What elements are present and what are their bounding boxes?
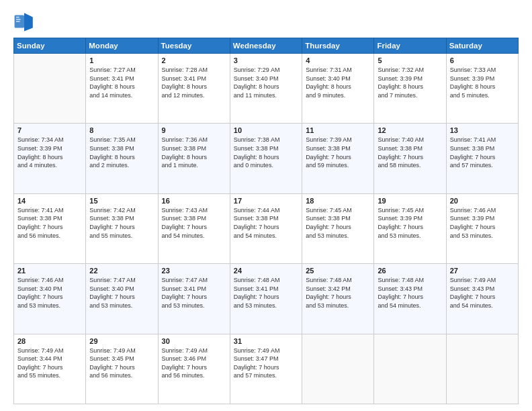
- day-number: 28: [17, 337, 82, 345]
- calendar-cell: 16Sunrise: 7:43 AM Sunset: 3:38 PM Dayli…: [158, 193, 230, 263]
- cell-info: Sunrise: 7:48 AM Sunset: 3:42 PM Dayligh…: [306, 276, 370, 310]
- day-number: 12: [378, 126, 442, 134]
- calendar-cell: 9Sunrise: 7:36 AM Sunset: 3:38 PM Daylig…: [158, 124, 230, 193]
- calendar-cell: 12Sunrise: 7:40 AM Sunset: 3:38 PM Dayli…: [374, 124, 446, 193]
- cell-info: Sunrise: 7:36 AM Sunset: 3:38 PM Dayligh…: [162, 136, 226, 169]
- calendar-cell: 2Sunrise: 7:28 AM Sunset: 3:41 PM Daylig…: [158, 54, 230, 124]
- day-number: 17: [234, 197, 298, 205]
- calendar-cell: 28Sunrise: 7:49 AM Sunset: 3:44 PM Dayli…: [14, 334, 86, 404]
- calendar-cell: 14Sunrise: 7:41 AM Sunset: 3:38 PM Dayli…: [14, 193, 86, 263]
- calendar-cell: 29Sunrise: 7:49 AM Sunset: 3:45 PM Dayli…: [86, 334, 158, 404]
- day-number: 18: [306, 197, 370, 205]
- calendar-cell: 22Sunrise: 7:47 AM Sunset: 3:40 PM Dayli…: [86, 264, 158, 334]
- cell-info: Sunrise: 7:48 AM Sunset: 3:41 PM Dayligh…: [234, 276, 298, 310]
- calendar-week-row: 7Sunrise: 7:34 AM Sunset: 3:39 PM Daylig…: [14, 124, 519, 193]
- svg-marker-1: [24, 13, 33, 31]
- day-number: 22: [89, 267, 154, 275]
- header: [13, 11, 519, 32]
- cell-info: Sunrise: 7:49 AM Sunset: 3:46 PM Dayligh…: [162, 347, 226, 380]
- calendar-cell: [302, 334, 374, 404]
- cell-info: Sunrise: 7:38 AM Sunset: 3:38 PM Dayligh…: [234, 136, 298, 169]
- calendar-cell: 15Sunrise: 7:42 AM Sunset: 3:38 PM Dayli…: [86, 193, 158, 263]
- cell-info: Sunrise: 7:32 AM Sunset: 3:39 PM Dayligh…: [378, 66, 442, 99]
- calendar-cell: 26Sunrise: 7:48 AM Sunset: 3:43 PM Dayli…: [374, 264, 446, 334]
- day-number: 31: [234, 337, 298, 345]
- cell-info: Sunrise: 7:28 AM Sunset: 3:41 PM Dayligh…: [162, 66, 226, 99]
- cell-info: Sunrise: 7:39 AM Sunset: 3:38 PM Dayligh…: [306, 136, 370, 169]
- cell-info: Sunrise: 7:41 AM Sunset: 3:38 PM Dayligh…: [17, 206, 82, 240]
- calendar-table: SundayMondayTuesdayWednesdayThursdayFrid…: [13, 38, 519, 404]
- weekday-header: Tuesday: [158, 38, 230, 54]
- day-number: 21: [17, 267, 82, 275]
- cell-info: Sunrise: 7:49 AM Sunset: 3:45 PM Dayligh…: [89, 347, 154, 380]
- cell-info: Sunrise: 7:29 AM Sunset: 3:40 PM Dayligh…: [234, 66, 298, 99]
- calendar-cell: [446, 334, 518, 404]
- svg-rect-4: [16, 21, 20, 22]
- cell-info: Sunrise: 7:48 AM Sunset: 3:43 PM Dayligh…: [378, 276, 442, 310]
- calendar-cell: 11Sunrise: 7:39 AM Sunset: 3:38 PM Dayli…: [302, 124, 374, 193]
- calendar-cell: 21Sunrise: 7:46 AM Sunset: 3:40 PM Dayli…: [14, 264, 86, 334]
- day-number: 6: [450, 56, 515, 64]
- day-number: 30: [162, 337, 226, 345]
- cell-info: Sunrise: 7:43 AM Sunset: 3:38 PM Dayligh…: [162, 206, 226, 240]
- calendar-cell: 24Sunrise: 7:48 AM Sunset: 3:41 PM Dayli…: [230, 264, 302, 334]
- day-number: 7: [17, 126, 82, 134]
- cell-info: Sunrise: 7:44 AM Sunset: 3:38 PM Dayligh…: [234, 206, 298, 240]
- day-number: 5: [378, 56, 442, 64]
- calendar-cell: 10Sunrise: 7:38 AM Sunset: 3:38 PM Dayli…: [230, 124, 302, 193]
- calendar-cell: 6Sunrise: 7:33 AM Sunset: 3:39 PM Daylig…: [446, 54, 518, 124]
- cell-info: Sunrise: 7:45 AM Sunset: 3:38 PM Dayligh…: [306, 206, 370, 240]
- cell-info: Sunrise: 7:34 AM Sunset: 3:39 PM Dayligh…: [17, 136, 82, 169]
- calendar-cell: 5Sunrise: 7:32 AM Sunset: 3:39 PM Daylig…: [374, 54, 446, 124]
- day-number: 1: [89, 56, 154, 64]
- calendar-cell: 19Sunrise: 7:45 AM Sunset: 3:39 PM Dayli…: [374, 193, 446, 263]
- calendar-cell: 27Sunrise: 7:49 AM Sunset: 3:43 PM Dayli…: [446, 264, 518, 334]
- cell-info: Sunrise: 7:46 AM Sunset: 3:39 PM Dayligh…: [450, 206, 515, 240]
- page: SundayMondayTuesdayWednesdayThursdayFrid…: [0, 0, 532, 411]
- calendar-cell: 23Sunrise: 7:47 AM Sunset: 3:41 PM Dayli…: [158, 264, 230, 334]
- cell-info: Sunrise: 7:31 AM Sunset: 3:40 PM Dayligh…: [306, 66, 370, 99]
- day-number: 15: [89, 197, 154, 205]
- cell-info: Sunrise: 7:45 AM Sunset: 3:39 PM Dayligh…: [378, 206, 442, 240]
- day-number: 19: [378, 197, 442, 205]
- calendar-week-row: 28Sunrise: 7:49 AM Sunset: 3:44 PM Dayli…: [14, 334, 519, 404]
- day-number: 11: [306, 126, 370, 134]
- cell-info: Sunrise: 7:47 AM Sunset: 3:40 PM Dayligh…: [89, 276, 154, 310]
- calendar-cell: 31Sunrise: 7:49 AM Sunset: 3:47 PM Dayli…: [230, 334, 302, 404]
- day-number: 4: [306, 56, 370, 64]
- day-number: 2: [162, 56, 226, 64]
- day-number: 20: [450, 197, 515, 205]
- day-number: 8: [89, 126, 154, 134]
- day-number: 13: [450, 126, 515, 134]
- calendar-cell: 7Sunrise: 7:34 AM Sunset: 3:39 PM Daylig…: [14, 124, 86, 193]
- cell-info: Sunrise: 7:27 AM Sunset: 3:41 PM Dayligh…: [89, 66, 154, 99]
- calendar-cell: 13Sunrise: 7:41 AM Sunset: 3:38 PM Dayli…: [446, 124, 518, 193]
- calendar-header-row: SundayMondayTuesdayWednesdayThursdayFrid…: [14, 38, 519, 54]
- weekday-header: Friday: [374, 38, 446, 54]
- cell-info: Sunrise: 7:35 AM Sunset: 3:38 PM Dayligh…: [89, 136, 154, 169]
- calendar-cell: 3Sunrise: 7:29 AM Sunset: 3:40 PM Daylig…: [230, 54, 302, 124]
- calendar-cell: 1Sunrise: 7:27 AM Sunset: 3:41 PM Daylig…: [86, 54, 158, 124]
- cell-info: Sunrise: 7:49 AM Sunset: 3:47 PM Dayligh…: [234, 347, 298, 380]
- svg-rect-2: [16, 17, 19, 18]
- calendar-cell: 25Sunrise: 7:48 AM Sunset: 3:42 PM Dayli…: [302, 264, 374, 334]
- day-number: 26: [378, 267, 442, 275]
- calendar-cell: 20Sunrise: 7:46 AM Sunset: 3:39 PM Dayli…: [446, 193, 518, 263]
- cell-info: Sunrise: 7:33 AM Sunset: 3:39 PM Dayligh…: [450, 66, 515, 99]
- logo: [13, 11, 38, 32]
- calendar-cell: [14, 54, 86, 124]
- cell-info: Sunrise: 7:40 AM Sunset: 3:38 PM Dayligh…: [378, 136, 442, 169]
- logo-icon: [13, 11, 35, 32]
- day-number: 25: [306, 267, 370, 275]
- day-number: 14: [17, 197, 82, 205]
- calendar-cell: 18Sunrise: 7:45 AM Sunset: 3:38 PM Dayli…: [302, 193, 374, 263]
- weekday-header: Thursday: [302, 38, 374, 54]
- day-number: 16: [162, 197, 226, 205]
- day-number: 9: [162, 126, 226, 134]
- day-number: 23: [162, 267, 226, 275]
- day-number: 29: [89, 337, 154, 345]
- day-number: 27: [450, 267, 515, 275]
- svg-rect-3: [16, 19, 20, 20]
- weekday-header: Sunday: [14, 38, 86, 54]
- cell-info: Sunrise: 7:46 AM Sunset: 3:40 PM Dayligh…: [17, 276, 82, 310]
